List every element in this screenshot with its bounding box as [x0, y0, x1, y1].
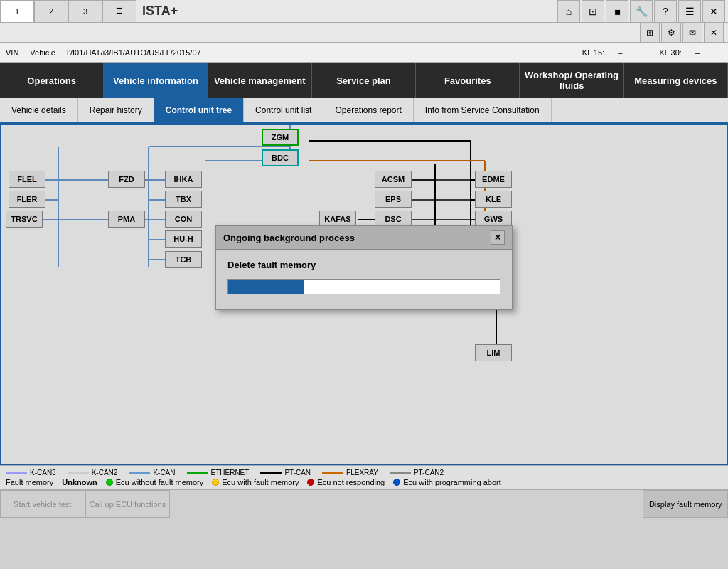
tab-3[interactable]: 3 — [68, 0, 102, 23]
blue-dot — [393, 479, 400, 486]
background-process-modal: Ongoing background process ✕ Delete faul… — [215, 225, 513, 310]
fault-label: Fault memory — [6, 478, 53, 486]
progress-fill — [228, 280, 304, 294]
tool-icon[interactable]: 🔧 — [630, 0, 653, 23]
tab-buttons[interactable]: 1 2 3 ☰ — [0, 0, 136, 23]
ethernet-line — [187, 472, 208, 474]
modal-title-bar: Ongoing background process ✕ — [216, 226, 512, 250]
yellow-dot — [212, 479, 219, 486]
info-bar: VIN Vehicle I'/I01/HAT/i3/IB1/AUTO/US/LL… — [0, 43, 728, 63]
content-area: ZGM BDC FLEL FLER TRSVC FZD PMA IHKA TBX… — [0, 124, 728, 465]
green-dot — [106, 479, 113, 486]
with-fault-label: Ecu with fault memory — [222, 478, 299, 486]
sub-control-unit-tree[interactable]: Control unit tree — [154, 98, 244, 122]
pt-can2-label: PT-CAN2 — [414, 469, 444, 477]
legend-k-can2: K-CAN2 — [68, 469, 118, 477]
indicator-with-fault: Ecu with fault memory — [212, 478, 299, 486]
modal-close-button[interactable]: ✕ — [491, 230, 505, 245]
legend-k-can3: K-CAN3 — [6, 469, 56, 477]
nav-operations[interactable]: Operations — [0, 63, 104, 98]
kl30: KL 30: – — [659, 48, 711, 57]
k-can2-label: K-CAN2 — [92, 469, 118, 477]
k-can-line — [129, 472, 150, 474]
red-dot — [307, 479, 314, 486]
title-icons: ⌂ ⊡ ▣ 🔧 ? ☰ ✕ — [557, 0, 725, 23]
home-icon[interactable]: ⌂ — [557, 0, 580, 23]
nav-vehicle-info[interactable]: Vehicle information — [104, 63, 208, 98]
tab-1[interactable]: 1 — [0, 0, 34, 23]
help-icon[interactable]: ? — [654, 0, 677, 23]
modal-overlay: Ongoing background process ✕ Delete faul… — [1, 125, 727, 464]
not-responding-label: Ecu not responding — [317, 478, 385, 486]
pt-can2-line — [390, 472, 411, 474]
kl15: KL 15: – — [582, 48, 634, 57]
legend-flexray: FLEXRAY — [322, 469, 378, 477]
sub-nav: Vehicle details Repair history Control u… — [0, 98, 728, 124]
nav-vehicle-mgmt[interactable]: Vehicle management — [208, 63, 312, 98]
vin-label: VIN — [6, 48, 18, 57]
monitor-icon[interactable]: ⊡ — [582, 0, 604, 23]
no-fault-label: Ecu without fault memory — [116, 478, 204, 486]
main-nav: Operations Vehicle information Vehicle m… — [0, 63, 728, 98]
pt-can-line — [260, 472, 282, 474]
sub-control-unit-list[interactable]: Control unit list — [244, 98, 323, 122]
legend-ethernet: ETHERNET — [187, 469, 250, 477]
indicator-no-fault: Ecu without fault memory — [106, 478, 204, 486]
k-can2-line — [68, 472, 89, 474]
nav-service-plan[interactable]: Service plan — [312, 63, 416, 98]
display-fault-button[interactable]: Display fault memory — [643, 490, 728, 518]
close2-icon[interactable]: ✕ — [704, 23, 724, 43]
indicator-not-responding: Ecu not responding — [307, 478, 385, 486]
progress-bar-container — [228, 279, 500, 294]
ethernet-label: ETHERNET — [211, 469, 250, 477]
sub-info-service[interactable]: Info from Service Consultation — [414, 98, 552, 122]
tab-2[interactable]: 2 — [34, 0, 68, 23]
copy-icon[interactable]: ⊞ — [640, 23, 660, 43]
tab-list[interactable]: ☰ — [102, 0, 136, 23]
legend-row: K-CAN3 K-CAN2 K-CAN ETHERNET PT-CAN FLEX… — [6, 469, 722, 477]
modal-body: Delete fault memory — [216, 250, 512, 309]
sub-repair-history[interactable]: Repair history — [78, 98, 154, 122]
mail-icon[interactable]: ✉ — [682, 23, 702, 43]
flexray-line — [322, 472, 343, 474]
modal-task-label: Delete fault memory — [228, 260, 500, 270]
legend-pt-can: PT-CAN — [260, 469, 311, 477]
legend-k-can: K-CAN — [129, 469, 175, 477]
flexray-label: FLEXRAY — [346, 469, 378, 477]
sub-operations-report[interactable]: Operations report — [323, 98, 413, 122]
list-icon[interactable]: ☰ — [678, 0, 701, 23]
modal-title: Ongoing background process — [223, 233, 355, 243]
indicator-prog-abort: Ecu with programming abort — [393, 478, 501, 486]
sub-vehicle-details[interactable]: Vehicle details — [0, 98, 78, 122]
k-can3-line — [6, 472, 27, 474]
title-bar: 1 2 3 ☰ ISTA+ ⌂ ⊡ ▣ 🔧 ? ☰ ✕ — [0, 0, 728, 23]
call-up-ecu-button[interactable]: Call up ECU functions — [85, 490, 171, 518]
gear-icon[interactable]: ⚙ — [661, 23, 681, 43]
screen-icon[interactable]: ▣ — [606, 0, 628, 23]
bottom-spacer — [170, 490, 643, 518]
fault-row: Fault memory Unknown Ecu without fault m… — [6, 478, 722, 486]
nav-favourites[interactable]: Favourites — [416, 63, 520, 98]
vehicle-value: I'/I01/HAT/i3/IB1/AUTO/US/LL/2015/07 — [67, 48, 201, 57]
nav-workshop[interactable]: Workshop/ Operating fluids — [520, 63, 623, 98]
secondary-title-bar: ⊞ ⚙ ✉ ✕ — [0, 23, 728, 43]
app-title: ISTA+ — [142, 4, 557, 18]
nav-measuring[interactable]: Measuring devices — [624, 63, 728, 98]
status-bar: K-CAN3 K-CAN2 K-CAN ETHERNET PT-CAN FLEX… — [0, 465, 728, 489]
k-can-label: K-CAN — [153, 469, 175, 477]
fault-value: Unknown — [62, 478, 97, 486]
close-icon[interactable]: ✕ — [702, 0, 725, 23]
start-vehicle-test-button[interactable]: Start vehicle test — [0, 490, 85, 518]
pt-can-label: PT-CAN — [284, 469, 311, 477]
k-can3-label: K-CAN3 — [30, 469, 56, 477]
bottom-bar: Start vehicle test Call up ECU functions… — [0, 489, 728, 518]
vehicle-label: Vehicle — [30, 48, 55, 57]
prog-abort-label: Ecu with programming abort — [403, 478, 501, 486]
legend-pt-can2: PT-CAN2 — [390, 469, 444, 477]
